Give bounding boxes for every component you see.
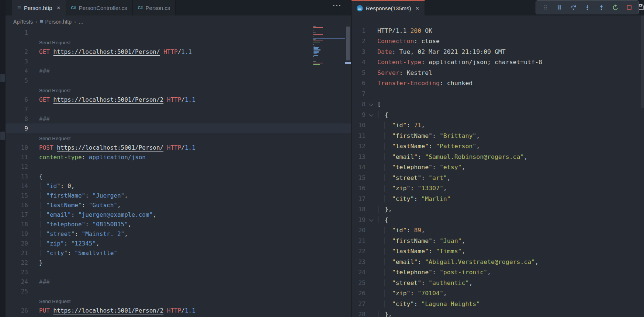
code-token: : [407,122,414,129]
code-token [50,96,53,103]
request-url-link[interactable]: https://localhost:5001/Person/ [53,48,160,55]
send-request-lens[interactable]: Send Request [39,40,71,45]
tab-personcontroller-cs[interactable]: C#PersonController.cs [66,0,133,15]
gutter-decoration [0,74,5,82]
code-token: Connection [377,38,414,45]
line-number: 9 [6,125,28,132]
step-into-button[interactable] [582,3,592,12]
indent-guide [40,211,41,218]
code-token: : chunked [440,80,472,87]
code-line: 10POST https://localhost:5001/Person/ HT… [6,143,351,152]
stop-button[interactable] [624,3,634,12]
minimap-line-mark [313,32,316,33]
send-request-lens[interactable]: Send Request [39,136,71,141]
code-token: 89 [414,227,421,234]
scrollbar-thumb[interactable] [346,27,350,60]
restart-button[interactable] [610,3,620,12]
minimap-line-mark [314,49,321,50]
code-token: "Smallville" [75,250,117,257]
minimap-line-mark [314,51,319,52]
minimap-line-mark [313,26,316,27]
more-actions-button[interactable]: ··· [333,1,342,10]
code-token: : [82,154,89,161]
line-number: 17 [352,195,366,202]
send-request-lens[interactable]: Send Request [39,299,71,304]
editor-group-divider[interactable] [351,0,352,317]
request-url-link[interactable]: https://localhost:5001/Person/ [57,144,163,151]
request-url-link[interactable]: https://localhost:5001/Person/2 [53,307,164,314]
indent-guide [384,300,385,307]
code-token: "city" [46,250,67,257]
fold-chevron-icon[interactable] [368,101,373,106]
line-number: 7 [6,106,28,113]
code-token: : [410,185,418,192]
code-line: 26 "zip": "70104", [352,288,644,299]
editor-group-left: ≡Person.http×C#PersonController.csC#Pers… [6,0,351,317]
code-token: : [414,300,421,307]
code-token [163,307,167,314]
code-token: / [181,307,185,314]
line-number: 18 [6,221,28,228]
close-icon[interactable]: × [416,5,419,11]
code-token: : [64,240,71,247]
code-line: 17 "email": "juergen@example.com", [6,210,351,219]
breadcrumb-item[interactable]: ≡Person.http [40,18,72,25]
code-token: , [476,143,480,150]
line-number: 21 [352,237,366,244]
tab-label: Person.http [24,5,52,11]
line-number: 4 [352,59,366,66]
code-line: 17 "city": "Marlin" [352,194,644,204]
line-number: 4 [6,67,28,74]
code-token: , [476,132,480,139]
tab-person-cs[interactable]: C#Person.cs [133,0,176,15]
send-request-lens[interactable]: Send Request [39,88,71,93]
code-token: HTTP [167,144,181,151]
tab-response[interactable]: Response(135ms) × [352,0,425,15]
indent-guide [378,206,379,213]
line-number: 20 [6,240,28,247]
drag-handle-icon[interactable] [540,3,550,12]
pause-button[interactable] [554,3,564,12]
code-token: , [443,185,447,192]
indent-guide [384,122,385,129]
code-line: 2Connection: close [352,36,644,47]
left-tabstrip: ≡Person.http×C#PersonController.csC#Pers… [6,0,351,15]
scrollbar-thumb[interactable] [641,15,644,108]
line-number: 19 [6,230,28,237]
minimap-line-mark [314,47,319,48]
close-icon[interactable]: × [57,5,60,11]
tab-person-http[interactable]: ≡Person.http× [12,0,66,15]
code-line: 20 "zip": "12345", [6,238,351,248]
code-token: : [75,230,82,237]
indent-guide [40,230,41,237]
code-line: 5 [6,76,351,85]
request-url-link[interactable]: https://localhost:5001/Person/2 [53,96,164,103]
code-line: 25 "street": "authentic", [352,278,644,288]
code-token: : [429,143,436,150]
code-token: "city" [392,300,414,307]
fold-chevron-icon[interactable] [368,112,373,116]
indent-guide [384,143,385,150]
code-line: 8[ [352,99,644,110]
indent-guide [378,111,379,118]
breadcrumb-item[interactable]: … [79,19,84,25]
minimap-line-mark [314,53,317,54]
step-over-button[interactable] [568,3,578,12]
line-number: 18 [352,206,366,213]
code-line: 27 "city": "Laguna Heights" [352,299,644,309]
fold-chevron-icon[interactable] [368,217,373,222]
breadcrumb-item[interactable]: ApiTests [13,19,33,25]
code-token: : application/json; charset=utf-8 [421,59,542,66]
response-viewer[interactable]: 1HTTP/1.1 200 OK2Connection: close3Date:… [352,15,644,317]
indent-guide [40,221,41,228]
step-out-button[interactable] [596,3,606,12]
code-token: "id" [392,227,407,234]
code-token: "Juan" [440,237,462,244]
code-line: 4### [6,66,351,76]
http-request-editor[interactable]: 1Send Request2GET https://localhost:5001… [6,28,351,317]
line-number: 26 [6,307,28,314]
code-token: , [462,248,465,255]
minimap[interactable] [313,25,345,67]
minimap-line-mark [313,27,323,28]
code-token: "zip" [46,240,64,247]
